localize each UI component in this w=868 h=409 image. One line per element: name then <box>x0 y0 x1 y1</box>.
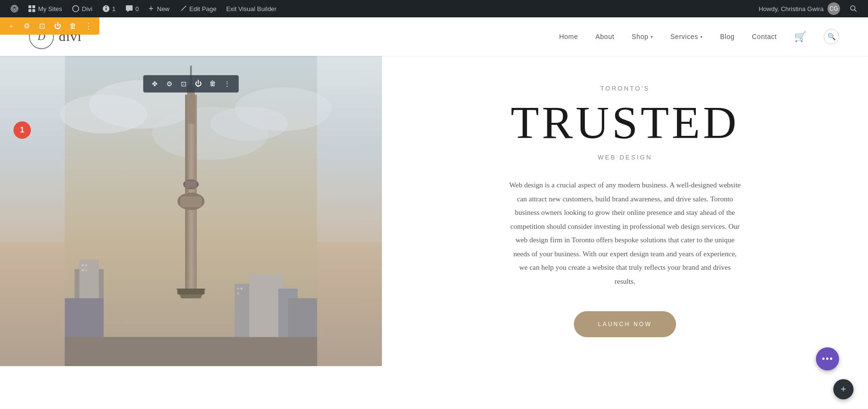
svg-rect-31 <box>85 264 87 266</box>
edit-page-btn[interactable]: Edit Page <box>175 0 221 17</box>
module-layout-btn[interactable]: ⊡ <box>177 77 190 91</box>
svg-rect-36 <box>237 292 239 294</box>
admin-bar: My Sites Divi 1 0 + New Edit Page Exit V… <box>0 0 868 17</box>
svg-rect-4 <box>32 9 35 12</box>
hero-section: ✥ ⚙ ⊡ ⏻ 🗑 ⋮ TORONTO'S TRUSTED WEB DESIGN… <box>0 56 868 366</box>
nav-services[interactable]: Services ▾ <box>670 33 703 40</box>
nav-shop[interactable]: Shop ▾ <box>632 33 653 40</box>
svg-rect-33 <box>85 269 87 271</box>
svg-rect-19 <box>185 181 197 188</box>
svg-rect-17 <box>180 197 202 207</box>
services-chevron-icon: ▾ <box>700 34 703 40</box>
hero-subtitle-top: TORONTO'S <box>600 85 650 92</box>
hero-title: TRUSTED <box>511 100 739 146</box>
my-sites-btn[interactable]: My Sites <box>23 0 67 17</box>
section-badge: 1 <box>14 121 31 139</box>
shop-chevron-icon: ▾ <box>651 34 653 40</box>
hero-text-col: TORONTO'S TRUSTED WEB DESIGN Web design … <box>382 56 868 366</box>
avatar: CG <box>827 2 840 15</box>
module-settings-btn[interactable]: ⚙ <box>163 77 176 91</box>
cn-tower-illustration <box>0 56 382 366</box>
search-admin-btn[interactable] <box>845 0 862 17</box>
vb-trash-btn[interactable]: 🗑 <box>66 19 80 33</box>
vb-toolbar: + ⚙ ⊡ ⏻ 🗑 ⋮ <box>0 17 99 35</box>
module-trash-btn[interactable]: 🗑 <box>206 77 219 91</box>
svg-rect-32 <box>82 269 84 271</box>
nav-about[interactable]: About <box>596 33 614 40</box>
hero-image: ✥ ⚙ ⊡ ⏻ 🗑 ⋮ <box>0 56 382 366</box>
hero-cta-button[interactable]: LAUNCH NOW <box>574 311 676 337</box>
vb-more-btn[interactable]: ⋮ <box>81 19 95 33</box>
main-content: 1 <box>0 56 868 366</box>
wp-icon[interactable] <box>6 0 23 17</box>
new-btn[interactable]: + New <box>144 0 175 17</box>
floating-add-button[interactable]: + <box>833 379 854 399</box>
svg-point-12 <box>152 107 269 160</box>
vb-add-btn[interactable]: + <box>4 19 18 33</box>
exit-vb-btn[interactable]: Exit Visual Builder <box>221 0 282 17</box>
cart-icon[interactable]: 🛒 <box>794 31 806 42</box>
module-move-btn[interactable]: ✥ <box>148 77 162 91</box>
hero-subtitle-bottom: WEB DESIGN <box>597 154 652 161</box>
hero-description: Web design is a crucial aspect of any mo… <box>509 178 741 288</box>
user-menu[interactable]: Howdy, Christina Gwira CG <box>754 0 845 17</box>
vb-power-btn[interactable]: ⏻ <box>50 19 65 33</box>
svg-rect-30 <box>82 264 84 266</box>
svg-rect-35 <box>241 288 243 290</box>
svg-rect-34 <box>237 288 239 290</box>
svg-rect-1 <box>28 5 31 8</box>
nav-contact[interactable]: Contact <box>752 33 777 40</box>
search-icon[interactable]: 🔍 <box>824 29 839 44</box>
module-more-btn[interactable]: ⋮ <box>220 77 234 91</box>
comments-btn[interactable]: 0 <box>121 0 144 17</box>
nav-blog[interactable]: Blog <box>720 33 734 40</box>
svg-point-5 <box>851 6 855 10</box>
module-toolbar: ✥ ⚙ ⊡ ⏻ 🗑 ⋮ <box>143 75 239 92</box>
hero-image-col: ✥ ⚙ ⊡ ⏻ 🗑 ⋮ <box>0 56 382 366</box>
nav-home[interactable]: Home <box>559 33 578 40</box>
updates-btn[interactable]: 1 <box>97 0 121 17</box>
vb-layout-btn[interactable]: ⊡ <box>35 19 49 33</box>
svg-rect-29 <box>65 337 317 366</box>
floating-dots-button[interactable]: ••• <box>816 347 839 370</box>
svg-rect-2 <box>32 5 35 8</box>
svg-rect-21 <box>177 289 204 294</box>
module-power-btn[interactable]: ⏻ <box>191 77 205 91</box>
svg-rect-3 <box>28 9 31 12</box>
site-name-btn[interactable]: Divi <box>67 0 97 17</box>
vb-settings-btn[interactable]: ⚙ <box>19 19 34 33</box>
svg-line-6 <box>854 10 856 12</box>
site-nav: Home About Shop ▾ Services ▾ Blog Contac… <box>559 29 839 44</box>
site-header: D divi Home About Shop ▾ Services ▾ Blog… <box>0 17 868 56</box>
